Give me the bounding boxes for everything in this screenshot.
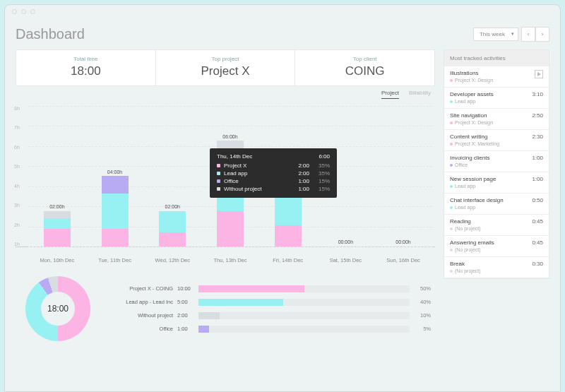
- bar-segment: [102, 176, 129, 194]
- tooltip-row: Lead app2:0035%: [217, 170, 330, 177]
- donut-center: 18:00: [47, 304, 69, 314]
- app-window: Dashboard This week ‹ › Total time 18:00…: [4, 4, 561, 392]
- bar-segment: [44, 211, 71, 218]
- bar-segment: [159, 211, 186, 232]
- tooltip-row: Office1:0015%: [217, 177, 330, 185]
- activity-item[interactable]: Developer assetsLead app3:10: [444, 88, 549, 109]
- activity-item[interactable]: Site navigationProject X: Design2:50: [444, 109, 549, 130]
- traffic-light-min[interactable]: [21, 9, 26, 14]
- summary-top-client: Top client COING: [295, 50, 434, 85]
- summary-total-time: Total time 18:00: [16, 50, 155, 85]
- hbar-row: Without project2:0010%: [106, 312, 431, 319]
- next-button[interactable]: ›: [535, 27, 549, 42]
- activity-item[interactable]: Answering emails(No project)0:45: [444, 236, 549, 257]
- chart-tabs: Project Billability: [16, 90, 435, 99]
- hbar-row: Office1:005%: [106, 326, 431, 333]
- activity-item[interactable]: Reading(No project)0:45: [444, 215, 549, 236]
- bar-segment: [44, 218, 71, 229]
- traffic-light-close[interactable]: [12, 9, 17, 14]
- tab-billability[interactable]: Billability: [409, 90, 431, 99]
- tooltip-row: Without project1:0015%: [217, 185, 330, 193]
- period-select[interactable]: This week: [473, 28, 518, 41]
- bar-segment: [217, 211, 244, 247]
- bar-column[interactable]: 02:00h: [146, 106, 198, 247]
- activity-item[interactable]: New session pageLead app1:00: [444, 172, 549, 194]
- activity-item[interactable]: Chat interface designLead app0:50: [444, 194, 549, 215]
- tooltip-row: Project X2:0035%: [217, 162, 330, 170]
- activity-item[interactable]: IllustrationsProject X: Design: [444, 66, 549, 88]
- activities-header: Most tracked activities: [444, 50, 549, 66]
- x-axis-labels: Mon, 10th DecTue, 11th DecWed, 12th DecT…: [28, 257, 432, 263]
- tab-project[interactable]: Project: [381, 90, 399, 99]
- summary-top-project: Top project Project X: [155, 50, 295, 85]
- horizontal-bars: Project X - COING10:0050%Lead app - Lead…: [106, 285, 435, 333]
- activities-panel: Most tracked activities IllustrationsPro…: [444, 49, 549, 279]
- bar-segment: [275, 225, 302, 247]
- summary-panel: Total time 18:00 Top project Project X T…: [16, 49, 435, 86]
- donut-chart: 18:00: [16, 276, 100, 341]
- bar-column[interactable]: 02:00h: [31, 106, 83, 247]
- bar-column[interactable]: 04:00h: [88, 106, 141, 247]
- chart-tooltip: Thu, 14th Dec 6:00 Project X2:0035%Lead …: [210, 148, 337, 198]
- activity-item[interactable]: Invoicing clientsOffice1:00: [444, 151, 549, 172]
- tooltip-title: Thu, 14th Dec: [217, 153, 252, 160]
- bar-segment: [44, 229, 71, 247]
- prev-button[interactable]: ‹: [521, 27, 535, 42]
- bar-column[interactable]: 00:00h: [377, 106, 429, 247]
- period-controls: This week ‹ ›: [473, 27, 549, 42]
- bar-segment: [102, 194, 129, 229]
- page-title: Dashboard: [16, 26, 85, 42]
- bar-chart: 8h7h6h5h4h3h2h1h 02:00h04:00h02:00h06:00…: [16, 106, 435, 247]
- traffic-light-max[interactable]: [30, 9, 35, 14]
- activity-item[interactable]: Break(No project)0:30: [444, 257, 549, 278]
- bar-segment: [102, 229, 129, 247]
- hbar-row: Lead app - Lead Inc5:0040%: [106, 299, 431, 306]
- play-icon[interactable]: [535, 70, 543, 78]
- y-axis-labels: 8h7h6h5h4h3h2h1h: [14, 106, 25, 247]
- tooltip-total: 6:00: [319, 153, 330, 160]
- titlebar: [5, 5, 560, 18]
- bar-segment: [159, 232, 186, 247]
- hbar-row: Project X - COING10:0050%: [106, 285, 431, 292]
- activity-item[interactable]: Content writingProject X: Marketing2:30: [444, 130, 549, 151]
